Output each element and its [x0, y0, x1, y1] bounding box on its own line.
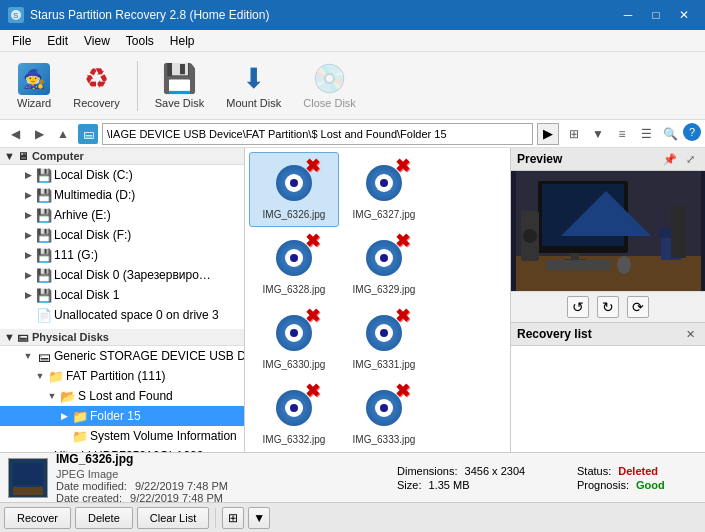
- tree-panel: ▼ 🖥 Computer ▶ 💾 Local Disk (C:) ▶ 💾 Mul…: [0, 148, 245, 452]
- address-go-button[interactable]: ▶: [537, 123, 559, 145]
- back-button[interactable]: ◀: [4, 123, 26, 145]
- save-disk-button[interactable]: 💾 Save Disk: [146, 58, 214, 114]
- file-name: IMG_6328.jpg: [263, 284, 326, 295]
- preview-scene: [516, 171, 701, 291]
- disk-icon-0: 💾: [36, 267, 52, 283]
- wizard-button[interactable]: 🧙 Wizard: [8, 58, 60, 114]
- clear-list-button[interactable]: Clear List: [137, 507, 209, 529]
- tree-item-multimedia-d[interactable]: ▶ 💾 Multimedia (D:): [0, 185, 244, 205]
- status-info: IMG_6326.jpg JPEG Image Date modified: 9…: [56, 452, 397, 504]
- file-name: IMG_6330.jpg: [263, 359, 326, 370]
- forward-button[interactable]: ▶: [28, 123, 50, 145]
- deleted-file-icon: ✖: [360, 159, 408, 207]
- preview-pin-button[interactable]: 📌: [661, 151, 679, 167]
- recover-button[interactable]: Recover: [4, 507, 71, 529]
- svg-rect-10: [546, 260, 611, 270]
- help-button[interactable]: ?: [683, 123, 701, 141]
- delete-button[interactable]: Delete: [75, 507, 133, 529]
- file-item[interactable]: ✖ IMG_6331.jpg: [339, 302, 429, 377]
- menu-file[interactable]: File: [4, 32, 39, 50]
- menu-view[interactable]: View: [76, 32, 118, 50]
- unallocated-icon: 📄: [36, 307, 52, 323]
- tree-item-111-g[interactable]: ▶ 💾 111 (G:): [0, 245, 244, 265]
- tree-item-generic-usb[interactable]: ▼ 🖴 Generic STORAGE DEVICE USB Device: [0, 346, 244, 366]
- file-item[interactable]: ✖ IMG_6332.jpg: [249, 377, 339, 452]
- file-item[interactable]: ✖ IMG_6327.jpg: [339, 152, 429, 227]
- deleted-x-mark: ✖: [395, 382, 410, 400]
- physical-disks-icon: 🖴: [17, 331, 28, 343]
- maximize-button[interactable]: □: [643, 5, 669, 25]
- window-controls: ─ □ ✕: [615, 5, 697, 25]
- tree-item-local-disk-1[interactable]: ▶ 💾 Local Disk 1: [0, 285, 244, 305]
- recovery-list-area[interactable]: [511, 346, 705, 452]
- tree-item-local-disk-0[interactable]: ▶ 💾 Local Disk 0 (Зарезервировано систе.…: [0, 265, 244, 285]
- menu-tools[interactable]: Tools: [118, 32, 162, 50]
- svg-text:S: S: [13, 11, 18, 20]
- sys-vol-info-icon: 📁: [72, 428, 88, 444]
- menu-help[interactable]: Help: [162, 32, 203, 50]
- file-item[interactable]: ✖ IMG_6333.jpg: [339, 377, 429, 452]
- file-thumb: ✖: [270, 384, 318, 432]
- disk-icon-f: 💾: [36, 227, 52, 243]
- expand-hitachi: ▶: [20, 448, 36, 452]
- deleted-file-icon: ✖: [360, 234, 408, 282]
- preview-rotate-left-button[interactable]: ↺: [567, 296, 589, 318]
- mount-disk-button[interactable]: ⬇ Mount Disk: [217, 58, 290, 114]
- action-icon-btn-2[interactable]: ▼: [248, 507, 270, 529]
- wizard-icon: 🧙: [18, 63, 50, 95]
- file-name: IMG_6333.jpg: [353, 434, 416, 445]
- close-button[interactable]: ✕: [671, 5, 697, 25]
- deleted-file-icon: ✖: [360, 309, 408, 357]
- s-lost-found-icon: 📂: [60, 388, 76, 404]
- recovery-list-close-button[interactable]: ✕: [681, 326, 699, 342]
- file-thumb: ✖: [360, 384, 408, 432]
- file-item[interactable]: ✖ IMG_6329.jpg: [339, 227, 429, 302]
- filter-button[interactable]: ▼: [587, 123, 609, 145]
- minimize-button[interactable]: ─: [615, 5, 641, 25]
- mount-disk-label: Mount Disk: [226, 97, 281, 109]
- view-list-button[interactable]: ≡: [611, 123, 633, 145]
- search-button[interactable]: 🔍: [659, 123, 681, 145]
- file-item[interactable]: ✖ IMG_6328.jpg: [249, 227, 339, 302]
- window-title: Starus Partition Recovery 2.8 (Home Edit…: [30, 8, 269, 22]
- computer-icon: 🖥: [17, 150, 28, 162]
- tree-item-local-c[interactable]: ▶ 💾 Local Disk (C:): [0, 165, 244, 185]
- preview-rotate-right-button[interactable]: ↻: [597, 296, 619, 318]
- action-icon-btn-1[interactable]: ⊞: [222, 507, 244, 529]
- preview-expand-button[interactable]: ⤢: [681, 151, 699, 167]
- toolbar-separator: [137, 61, 138, 111]
- physical-disks-section[interactable]: ▼ 🖴 Physical Disks: [0, 329, 244, 346]
- view-large-button[interactable]: ⊞: [563, 123, 585, 145]
- preview-refresh-button[interactable]: ⟳: [627, 296, 649, 318]
- deleted-x-mark: ✖: [305, 382, 320, 400]
- expand-physical-disks-icon: ▼: [4, 331, 15, 343]
- menu-edit[interactable]: Edit: [39, 32, 76, 50]
- file-item[interactable]: ✖ IMG_6326.jpg: [249, 152, 339, 227]
- folder-15-icon: 📁: [72, 408, 88, 424]
- preview-controls: 📌 ⤢: [661, 151, 699, 167]
- close-disk-button[interactable]: 💿 Close Disk: [294, 58, 365, 114]
- wizard-label: Wizard: [17, 97, 51, 109]
- file-thumb: ✖: [270, 234, 318, 282]
- physical-disks-label: Physical Disks: [32, 331, 109, 343]
- tree-item-sys-vol-info[interactable]: 📁 System Volume Information: [0, 426, 244, 446]
- file-name: IMG_6326.jpg: [263, 209, 326, 220]
- computer-section[interactable]: ▼ 🖥 Computer: [0, 148, 244, 165]
- view-detail-button[interactable]: ☰: [635, 123, 657, 145]
- tree-item-unallocated-0[interactable]: 📄 Unallocated space 0 on drive 3: [0, 305, 244, 325]
- dimensions-label: Dimensions:: [397, 465, 458, 477]
- recovery-button[interactable]: ♻ Recovery: [64, 58, 128, 114]
- created-label: Date created:: [56, 492, 122, 504]
- address-input[interactable]: [102, 123, 533, 145]
- status-dimensions: Dimensions: 3456 x 2304 Size: 1.35 MB: [397, 465, 577, 491]
- path-icon: 🖴: [78, 124, 98, 144]
- tree-item-local-f[interactable]: ▶ 💾 Local Disk (F:): [0, 225, 244, 245]
- svg-rect-16: [671, 206, 686, 258]
- tree-item-folder-15[interactable]: ▶ 📁 Folder 15: [0, 406, 244, 426]
- tree-item-fat-partition[interactable]: ▼ 📁 FAT Partition (111): [0, 366, 244, 386]
- up-button[interactable]: ▲: [52, 123, 74, 145]
- file-item[interactable]: ✖ IMG_6330.jpg: [249, 302, 339, 377]
- tree-item-s-lost-found[interactable]: ▼ 📂 S Lost and Found: [0, 386, 244, 406]
- tree-item-arhive-e[interactable]: ▶ 💾 Arhive (E:): [0, 205, 244, 225]
- deleted-x-mark: ✖: [305, 307, 320, 325]
